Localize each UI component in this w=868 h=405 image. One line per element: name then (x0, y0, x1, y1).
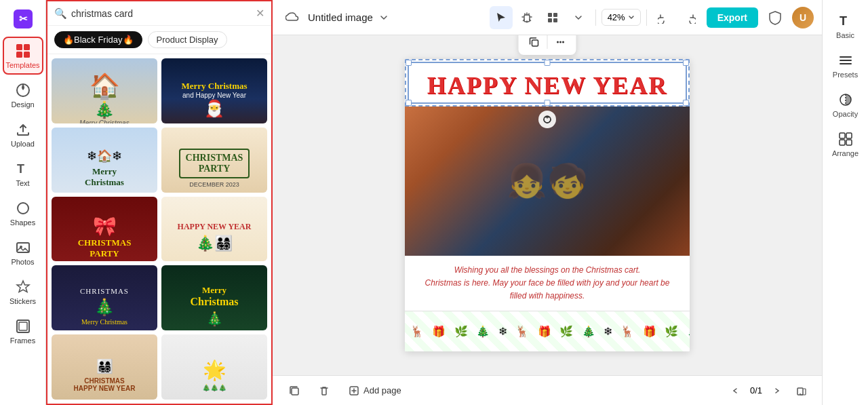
search-clear-button[interactable]: ✕ (256, 7, 264, 20)
stickers-label: Stickers (9, 297, 36, 305)
search-bar: 🔍 ✕ (47, 1, 271, 26)
svg-rect-27 (840, 60, 852, 61)
export-button[interactable]: Export (707, 7, 758, 28)
template-item[interactable]: 🎀 CHRISTMASPARTY (52, 197, 157, 262)
sidebar-item-frames[interactable]: Frames (3, 312, 43, 350)
select-tool-button[interactable] (490, 6, 513, 29)
copy-element-button[interactable] (524, 35, 545, 52)
toolbar-center: 42% (490, 6, 701, 29)
user-avatar[interactable]: U (792, 7, 814, 28)
svg-rect-14 (548, 13, 552, 17)
right-panel-opacity[interactable]: Opacity (825, 87, 866, 123)
footer-icons: 🦌 🎁 🌿 🎄 ❄ 🦌 🎁 🌿 🎄 ❄ 🦌 🎁 🌿 🎄 (405, 311, 690, 351)
document-title-dropdown[interactable] (376, 9, 392, 26)
app-logo[interactable]: ✂ (11, 7, 35, 31)
template-item[interactable]: 🏠 🎄 Merry Christmas (52, 58, 157, 123)
toolbar-left: Untitled image (281, 6, 484, 29)
add-page-label: Add page (363, 385, 401, 396)
card-body-text: Wishing you all the blessings on the Chr… (405, 256, 690, 311)
grid-view-button[interactable] (541, 6, 564, 29)
sidebar-item-photos[interactable]: Photos (3, 233, 43, 271)
svg-rect-26 (840, 56, 852, 58)
shapes-icon (14, 199, 32, 217)
next-page-button[interactable] (768, 381, 787, 400)
sidebar-item-shapes[interactable]: Shapes (3, 194, 43, 232)
selection-toolbar-divider (547, 35, 548, 49)
template-item[interactable]: 👨‍👩‍👧‍👦 CHRISTMASHAPPY NEW YEAR (52, 334, 157, 400)
toolbar-divider (595, 9, 596, 26)
search-input[interactable] (71, 8, 252, 19)
svg-rect-22 (292, 388, 298, 395)
page-count: 0/1 (750, 385, 762, 396)
svg-rect-2 (16, 44, 22, 50)
more-options-button[interactable] (551, 35, 571, 52)
svg-point-8 (18, 203, 28, 214)
upload-icon (14, 121, 32, 138)
svg-rect-5 (24, 52, 30, 58)
main-area: Untitled image 42% (273, 0, 822, 405)
prev-page-button[interactable] (726, 381, 745, 400)
sidebar-item-text[interactable]: T Text (3, 155, 43, 193)
cloud-save-button[interactable] (281, 6, 304, 29)
page-navigation: 0/1 (726, 381, 811, 400)
svg-rect-31 (846, 133, 852, 138)
template-item[interactable]: 🌟 🎄🎄🎄 (161, 334, 267, 400)
template-item[interactable]: CHRISTMAS 🎄 Merry Christmas (52, 265, 157, 330)
template-item[interactable]: CHRISTMASPARTY DECEMBER 2023 (161, 128, 267, 193)
redo-button[interactable] (678, 6, 701, 29)
stickers-icon (14, 278, 32, 296)
svg-rect-4 (16, 52, 22, 58)
text-icon: T (14, 160, 32, 178)
filter-chip-black-friday[interactable]: 🔥Black Friday🔥 (54, 31, 142, 48)
filter-bar: 🔥Black Friday🔥 Product Display (47, 26, 271, 54)
upload-label: Upload (11, 140, 35, 148)
templates-icon (14, 42, 32, 60)
right-panel-arrange[interactable]: Arrange (825, 126, 866, 163)
document-title-area: Untitled image (308, 9, 392, 26)
shield-button[interactable] (764, 6, 787, 29)
toolbar-divider-2 (646, 9, 647, 26)
svg-text:T: T (840, 14, 847, 28)
svg-rect-32 (840, 140, 845, 145)
sidebar-item-templates[interactable]: Templates (3, 37, 43, 75)
search-icon: 🔍 (54, 7, 67, 20)
photos-label: Photos (11, 258, 34, 266)
svg-rect-17 (553, 18, 557, 22)
add-page-button[interactable]: Add page (343, 383, 407, 399)
delete-page-button[interactable] (313, 383, 335, 399)
template-item[interactable]: HAPPY NEW YEAR 🎄👨‍👩‍👧‍👦 (161, 197, 267, 262)
basic-label: Basic (836, 31, 854, 39)
svg-text:T: T (17, 162, 24, 176)
grid-dropdown-button[interactable] (567, 6, 590, 29)
card-photo[interactable]: 👧🧒 (405, 107, 690, 256)
svg-point-20 (559, 41, 561, 43)
rotate-handle[interactable] (538, 111, 556, 128)
design-label: Design (11, 100, 34, 109)
sidebar-item-design[interactable]: Design (3, 76, 43, 114)
svg-rect-18 (532, 40, 538, 46)
frames-icon (14, 317, 32, 335)
template-item[interactable]: Merry Christmas 🎄 (161, 265, 267, 330)
zoom-value: 42% (608, 12, 625, 22)
pan-tool-button[interactable] (515, 6, 538, 29)
undo-button[interactable] (652, 6, 675, 29)
templates-label: Templates (5, 61, 39, 69)
zoom-control[interactable]: 42% (601, 9, 641, 26)
photos-icon (14, 239, 32, 256)
filter-chip-product-display[interactable]: Product Display (148, 31, 227, 48)
template-item[interactable]: Merry Christmas and Happy New Year 🎅 (161, 58, 267, 123)
right-panel: T Basic Presets Opacity Arrange (822, 0, 868, 405)
sidebar: ✂ Templates Design Upload T Text Shapes (0, 0, 46, 405)
canvas-container: HAPPY NEW YEAR (405, 59, 690, 352)
sidebar-item-stickers[interactable]: Stickers (3, 273, 43, 311)
copy-page-button[interactable] (283, 383, 305, 399)
design-icon (14, 81, 32, 99)
template-item[interactable]: ❄🏠❄ MerryChristmas (52, 128, 157, 193)
svg-rect-28 (840, 63, 852, 64)
card-title-section[interactable]: HAPPY NEW YEAR (405, 59, 690, 107)
right-panel-basic[interactable]: T Basic (825, 8, 866, 45)
svg-rect-30 (840, 133, 845, 138)
sidebar-item-upload[interactable]: Upload (3, 115, 43, 153)
right-panel-presets[interactable]: Presets (825, 47, 866, 84)
expand-pages-button[interactable] (792, 381, 811, 400)
